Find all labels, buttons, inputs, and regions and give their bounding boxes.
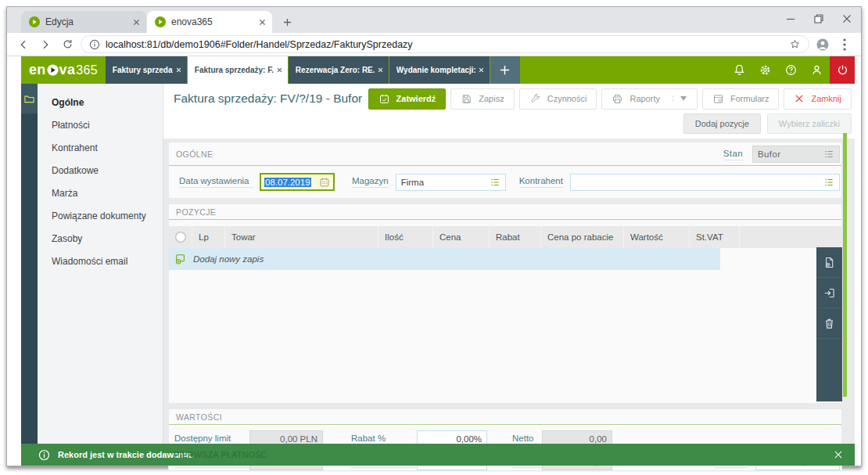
user-icon[interactable] <box>804 56 830 84</box>
warehouse-label: Magazyn <box>352 176 389 188</box>
column-header-rabat[interactable]: Rabat <box>490 226 541 248</box>
section-ogolne: OGÓLNE Stan Bufor <box>168 142 842 199</box>
add-new-row[interactable]: Dodaj nowy zapis <box>169 248 720 270</box>
tab-close-icon[interactable] <box>479 67 484 73</box>
approve-button[interactable]: Zatwierdź <box>368 88 447 110</box>
contractor-input[interactable] <box>570 174 840 191</box>
power-logout-icon[interactable] <box>830 56 855 84</box>
open-record-icon[interactable] <box>816 278 842 308</box>
app-tab-label: Faktura sprzedaży: F... <box>195 66 274 74</box>
column-header-wartosc[interactable]: Wartość <box>624 226 690 248</box>
save-button[interactable]: Zapisz <box>450 88 514 110</box>
tab-close-icon[interactable] <box>378 67 383 73</box>
info-icon <box>38 448 51 462</box>
select-advances-button[interactable]: Wybierz zaliczki <box>767 113 852 134</box>
status-close-icon[interactable] <box>833 449 844 460</box>
warehouse-select[interactable]: Firma <box>396 174 506 191</box>
site-info-icon[interactable] <box>89 39 100 50</box>
column-header-stvat[interactable]: St.VAT <box>690 226 740 248</box>
column-header-lp[interactable]: Lp <box>192 226 225 248</box>
column-header-cena-po-rabacie[interactable]: Cena po rabacie <box>541 226 624 248</box>
logo-text: va <box>59 62 76 78</box>
sidebar-item-kontrahent[interactable]: Kontrahent <box>38 137 163 160</box>
sidebar-item-wiadomosci-email[interactable]: Wiadomości email <box>38 250 163 273</box>
net-value: 0,00 <box>590 434 607 444</box>
list-picker-icon[interactable] <box>823 149 834 160</box>
tab-close-icon[interactable] <box>176 67 181 73</box>
section-pozycje: POZYCJE Lp Towar Ilość Cena <box>168 203 842 404</box>
sidebar-item-ogolne[interactable]: Ogólne <box>38 92 163 114</box>
address-bar[interactable]: localhost:81/db/demo1906#Folder/Handel/S… <box>81 35 809 53</box>
state-select[interactable]: Bufor <box>752 146 840 163</box>
list-picker-icon[interactable] <box>823 177 834 188</box>
green-scrollbar[interactable] <box>843 133 847 397</box>
list-picker-icon[interactable] <box>490 177 500 188</box>
sidebar-item-platnosci[interactable]: Płatności <box>38 114 163 137</box>
app-new-tab-button[interactable] <box>490 56 520 84</box>
column-header-ilosc[interactable]: Ilość <box>378 226 433 248</box>
bookmark-star-icon[interactable] <box>789 38 801 50</box>
restore-button[interactable] <box>805 7 833 31</box>
sidebar: Ogólne Płatności Kontrahent Dodatkowe Ma… <box>38 84 163 466</box>
window-controls <box>777 7 861 31</box>
enova-logo: en va 365 <box>21 56 106 84</box>
new-tab-button[interactable] <box>276 11 298 33</box>
app-tab-rezerwacja-zero[interactable]: Rezerwacja Zero: RE... <box>289 56 389 84</box>
browser-tab-strip: Edycja enova365 <box>7 7 861 33</box>
browser-tab-edycja[interactable]: Edycja <box>21 11 146 33</box>
reports-label: Raporty <box>629 94 660 103</box>
column-header-cena[interactable]: Cena <box>433 226 490 248</box>
notifications-bell-icon[interactable] <box>726 56 752 84</box>
contractor-label: Kontrahent <box>519 176 563 188</box>
url-text[interactable]: localhost:81/db/demo1906#Folder/Handel/S… <box>106 39 784 50</box>
enova-favicon-icon <box>155 16 166 27</box>
close-window-button[interactable] <box>833 7 861 31</box>
wrench-icon <box>529 93 541 105</box>
approve-label: Zatwierdź <box>396 94 436 103</box>
column-header-towar[interactable]: Towar <box>225 226 378 248</box>
close-document-button[interactable]: Zamknij <box>784 88 852 110</box>
settings-gear-icon[interactable] <box>752 56 778 84</box>
first-payment-section-title: PIERWSZA PŁATNOŚĆ <box>174 450 267 459</box>
new-document-icon[interactable] <box>816 247 842 278</box>
state-label: Stan <box>723 149 743 160</box>
tab-close-icon[interactable] <box>133 19 140 26</box>
reports-dropdown-icon[interactable] <box>673 95 687 102</box>
actions-button[interactable]: Czynności <box>519 88 597 110</box>
profile-avatar[interactable] <box>814 38 831 52</box>
close-label: Zamknij <box>811 94 841 103</box>
row-select-circle[interactable] <box>169 226 192 248</box>
delete-trash-icon[interactable] <box>816 308 842 339</box>
secondary-actions: Dodaj pozycje Wybierz zaliczki <box>163 113 855 139</box>
minimize-button[interactable] <box>777 7 805 31</box>
reports-button[interactable]: Raporty <box>601 88 698 110</box>
warehouse-value: Firma <box>401 178 424 187</box>
browser-tab-enova365[interactable]: enova365 <box>147 11 272 33</box>
page-viewport: en va 365 Faktury sprzedaży Faktura sprz… <box>7 56 861 466</box>
browser-toolbar: localhost:81/db/demo1906#Folder/Handel/S… <box>7 33 861 56</box>
refresh-icon[interactable] <box>59 36 76 53</box>
save-icon <box>461 93 472 105</box>
help-icon[interactable] <box>778 56 804 84</box>
app-tab-wydanie-kompletacji[interactable]: Wydanie kompletacji:... <box>389 56 490 84</box>
folder-icon[interactable] <box>21 84 38 113</box>
sidebar-item-powiazane-dokumenty[interactable]: Powiązane dokumenty <box>38 205 163 228</box>
form-icon <box>712 93 724 105</box>
plus-icon <box>282 17 292 27</box>
tab-close-icon[interactable] <box>259 19 266 26</box>
forward-icon[interactable] <box>37 36 54 53</box>
sidebar-item-dodatkowe[interactable]: Dodatkowe <box>38 160 163 182</box>
back-icon[interactable] <box>15 36 32 53</box>
add-items-button[interactable]: Dodaj pozycje <box>683 113 761 134</box>
tab-close-icon[interactable] <box>277 67 282 73</box>
issue-date-input[interactable]: 08.07.2019 <box>260 173 335 191</box>
calendar-icon[interactable] <box>319 177 330 188</box>
browser-menu-icon[interactable] <box>836 38 853 51</box>
app-tabs: Faktury sprzedaży Faktura sprzedaży: F..… <box>106 56 520 84</box>
form-panels: OGÓLNE Stan Bufor <box>163 139 855 466</box>
sidebar-item-marza[interactable]: Marża <box>38 182 163 205</box>
app-tab-faktura-sprzedazy[interactable]: Faktura sprzedaży: F... <box>188 56 288 84</box>
app-tab-faktury-sprzedazy[interactable]: Faktury sprzedaży <box>106 56 187 84</box>
form-button[interactable]: Formularz <box>702 88 780 110</box>
sidebar-item-zasoby[interactable]: Zasoby <box>38 228 163 250</box>
